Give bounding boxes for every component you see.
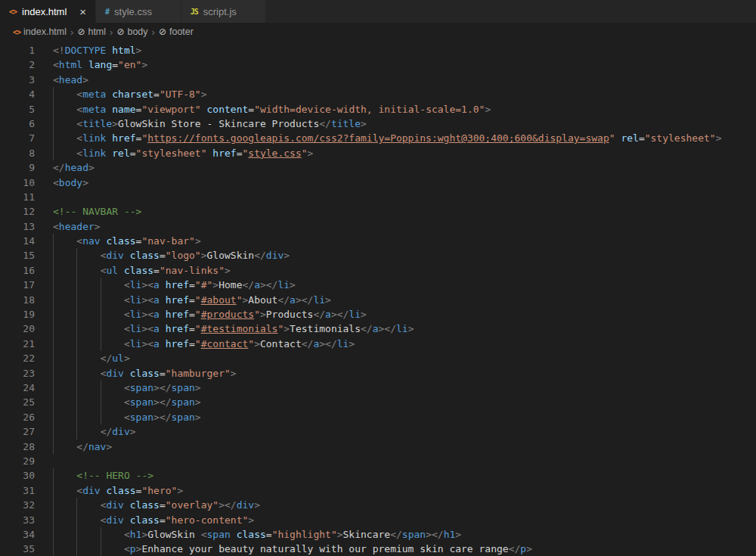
code-line[interactable]: <link rel="stylesheet" href="style.css"> [53, 146, 756, 160]
code-token: GlowSkin [147, 529, 200, 540]
code-line[interactable]: </head> [53, 160, 756, 175]
code-token: "overlay" [166, 499, 218, 511]
code-line[interactable]: <span></span> [53, 381, 756, 395]
line-number[interactable]: 4 [0, 87, 53, 101]
code-line[interactable]: <li><a href="#testimonials">Testimonials… [53, 321, 756, 336]
code-line[interactable]: <div class="hero-content"> [53, 513, 756, 527]
code-token: = [639, 132, 645, 144]
code-line[interactable]: <li><a href="#products">Products</a></li… [53, 307, 756, 321]
line-number[interactable]: 24 [0, 381, 53, 395]
code-line[interactable]: <p>Enhance your beauty naturally with ou… [53, 542, 756, 556]
line-number[interactable]: 2 [0, 57, 53, 72]
line-number[interactable]: 31 [0, 483, 53, 498]
code-line[interactable]: <!-- NAVBAR --> [53, 204, 756, 219]
indent-guide [76, 321, 77, 336]
line-number[interactable]: 16 [0, 263, 53, 278]
code-line[interactable] [53, 190, 756, 204]
code-token: > [290, 279, 296, 290]
line-number[interactable]: 27 [0, 424, 53, 439]
code-token: > [337, 529, 343, 540]
line-number[interactable]: 32 [0, 498, 53, 512]
line-number[interactable]: 28 [0, 440, 53, 454]
line-number[interactable]: 6 [0, 116, 53, 131]
code-token: < [76, 132, 82, 144]
code-line[interactable]: <!DOCTYPE html> [53, 43, 756, 57]
line-number[interactable]: 10 [0, 175, 53, 190]
code-line[interactable]: <li><a href="#about">About</a></li> [53, 293, 756, 307]
line-number[interactable]: 25 [0, 395, 53, 409]
code-line[interactable]: </ul> [53, 351, 756, 365]
line-number[interactable]: 33 [0, 513, 53, 527]
code-line[interactable]: <span></span> [53, 395, 756, 409]
line-number[interactable]: 18 [0, 293, 53, 307]
code-line[interactable]: <body> [53, 175, 756, 190]
line-number[interactable]: 15 [0, 248, 53, 262]
code-token: p [520, 543, 526, 554]
code-token: a [290, 294, 296, 306]
code-token: > [361, 309, 367, 320]
code-token: li [396, 323, 408, 334]
line-number[interactable]: 14 [0, 234, 53, 248]
code-line[interactable]: <title>GlowSkin Store - Skincare Product… [53, 116, 756, 131]
line-number[interactable]: 1 [0, 43, 53, 57]
line-number[interactable]: 30 [0, 468, 53, 483]
code-content[interactable]: <!DOCTYPE html><html lang="en"><head> <m… [53, 43, 756, 556]
indent-guide [76, 410, 77, 424]
code-line[interactable]: </div> [53, 424, 756, 439]
line-number[interactable]: 5 [0, 102, 53, 116]
code-line[interactable]: <div class="logo">GlowSkin</div> [53, 248, 756, 262]
line-number[interactable]: 9 [0, 160, 53, 175]
code-token: = [160, 368, 166, 379]
tab-style.css[interactable]: #style.css× [96, 0, 181, 23]
code-line[interactable]: <nav class="nav-bar"> [53, 234, 756, 248]
code-token: </ [242, 279, 254, 290]
code-line[interactable]: <meta name="viewport" content="width=dev… [53, 102, 756, 116]
code-line[interactable]: <header> [53, 219, 756, 234]
breadcrumb-item-html[interactable]: ⊘html [77, 26, 106, 37]
indent-guide [76, 278, 77, 292]
line-number[interactable]: 19 [0, 307, 53, 321]
code-editor[interactable]: 1234567891011121314151617181920212223242… [0, 41, 756, 556]
code-line[interactable]: <div class="hero"> [53, 483, 756, 498]
code-line[interactable]: <link href="https://fonts.googleapis.com… [53, 131, 756, 145]
code-token [82, 59, 88, 70]
line-number[interactable]: 23 [0, 366, 53, 381]
code-line[interactable]: <ul class="nav-links"> [53, 263, 756, 278]
code-line[interactable]: <h1>GlowSkin <span class="highlight">Ski… [53, 527, 756, 542]
code-line[interactable]: <span></span> [53, 410, 756, 424]
close-tab-icon[interactable]: × [79, 6, 86, 17]
line-number[interactable]: 12 [0, 204, 53, 219]
tab-script.js[interactable]: JSscript.js× [181, 0, 266, 23]
line-number[interactable]: 3 [0, 73, 53, 87]
line-number[interactable]: 29 [0, 454, 53, 468]
code-line[interactable]: <li><a href="#contact">Contact</a></li> [53, 337, 756, 351]
code-token: ></ [426, 529, 443, 540]
code-line[interactable]: <!-- HERO --> [53, 468, 756, 483]
code-token: </ [53, 162, 65, 173]
code-line[interactable]: </nav> [53, 440, 756, 454]
code-token: href [166, 279, 189, 290]
line-number[interactable]: 35 [0, 542, 53, 556]
line-number[interactable]: 11 [0, 190, 53, 204]
line-number[interactable]: 7 [0, 131, 53, 145]
line-number[interactable]: 20 [0, 321, 53, 336]
code-line[interactable]: <div class="overlay"></div> [53, 498, 756, 512]
breadcrumb-item-footer[interactable]: ⊘footer [159, 26, 194, 37]
code-line[interactable] [53, 454, 756, 468]
line-number[interactable]: 26 [0, 410, 53, 424]
code-line[interactable]: <li><a href="#">Home</a></li> [53, 278, 756, 292]
line-number[interactable]: 21 [0, 337, 53, 351]
code-token: " [195, 294, 201, 306]
line-number[interactable]: 8 [0, 146, 53, 160]
code-line[interactable]: <html lang="en"> [53, 57, 756, 72]
code-line[interactable]: <div class="hamburger"> [53, 366, 756, 381]
line-number[interactable]: 17 [0, 278, 53, 292]
line-number[interactable]: 34 [0, 527, 53, 542]
code-line[interactable]: <head> [53, 73, 756, 87]
breadcrumb-item-index.html[interactable]: <>index.html [13, 26, 67, 37]
code-line[interactable]: <meta charset="UTF-8"> [53, 87, 756, 101]
tab-index.html[interactable]: <>index.html× [0, 0, 96, 23]
line-number[interactable]: 13 [0, 219, 53, 234]
breadcrumb-item-body[interactable]: ⊘body [116, 26, 147, 37]
line-number[interactable]: 22 [0, 351, 53, 365]
